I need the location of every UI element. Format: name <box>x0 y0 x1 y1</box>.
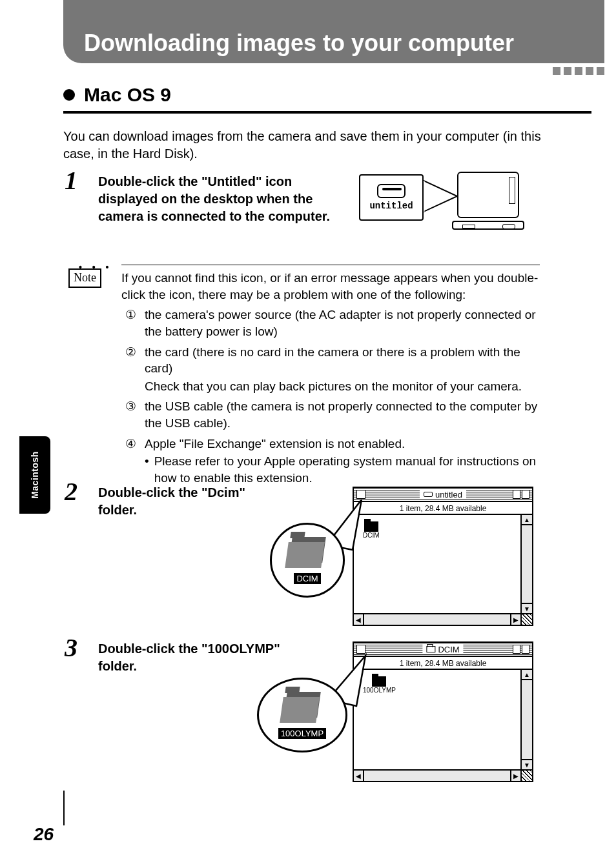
step-1-text: Double-click the "Untitled" icon display… <box>98 173 337 225</box>
page-number-text: 26 <box>34 824 54 844</box>
callout-dcim: DCIM <box>270 523 345 598</box>
note-intro: If you cannot find this icon, or if an e… <box>121 270 548 303</box>
callout-triangle-icon <box>424 178 462 219</box>
horizontal-scrollbar: ◀▶ <box>354 613 532 625</box>
step-1-number: 1 <box>65 165 77 196</box>
figure-desktop-drive: untitled <box>359 174 527 245</box>
finder-titlebar: DCIM <box>354 643 532 657</box>
callout-label: DCIM <box>294 573 320 584</box>
step-2-text: Double-click the "Dcim" folder. <box>98 484 266 519</box>
monitor-icon <box>457 172 524 235</box>
note-item-2-text: the card (there is no card in the camera… <box>145 344 548 377</box>
callout-circle: 100OLYMP <box>257 678 347 752</box>
decorative-squares <box>553 67 604 75</box>
section-title: Mac OS 9 <box>84 84 171 106</box>
circled-2-icon: ② <box>125 344 138 377</box>
folder-3d-icon <box>287 537 328 570</box>
finder-title-text: untitled <box>435 490 462 500</box>
note-item-4-text: Apple "File Exchange" extension is not e… <box>145 436 405 452</box>
step-3-number: 3 <box>65 632 77 663</box>
close-box-icon <box>356 645 365 654</box>
folder-3d-icon <box>282 692 323 725</box>
removable-drive-icon <box>377 184 406 198</box>
disk-icon <box>424 492 433 497</box>
vertical-scrollbar: ▲▼ <box>520 670 532 769</box>
note-item-3-text: the USB cable (the camera is not properl… <box>145 398 548 431</box>
vertical-scrollbar: ▲▼ <box>520 515 532 613</box>
finder-title-text: DCIM <box>438 645 459 654</box>
close-box-icon <box>356 490 365 499</box>
svg-marker-0 <box>424 181 457 212</box>
resize-grip-icon <box>520 771 532 781</box>
circled-4-icon: ④ <box>125 436 138 452</box>
callout-100olymp: 100OLYMP <box>257 678 347 752</box>
note-item-3: ③ the USB cable (the camera is not prope… <box>121 398 548 431</box>
side-tab-label: Macintosh <box>30 451 40 499</box>
zoom-collapse-icon <box>513 645 529 654</box>
note-label-box: Note <box>68 268 101 288</box>
step-2-number: 2 <box>65 476 77 507</box>
finder-title: untitled <box>420 490 466 500</box>
note-item-2: ② the card (there is no card in the came… <box>121 344 548 377</box>
circled-1-icon: ① <box>125 307 138 339</box>
page-header-title: Downloading images to your computer <box>84 30 514 57</box>
note-item-1-text: the camera's power source (the AC adapte… <box>145 307 548 339</box>
note-item-2-sub: Check that you can play back pictures on… <box>121 378 548 395</box>
callout-circle: DCIM <box>270 523 345 598</box>
bullet-icon <box>63 89 75 101</box>
note-item-4-sub: • Please refer to your Apple operating s… <box>121 453 548 486</box>
folder-icon <box>426 646 435 652</box>
note-item-4-sub-text: Please refer to your Apple operating sys… <box>154 453 548 486</box>
zoom-collapse-icon <box>513 490 529 499</box>
section-heading: Mac OS 9 <box>63 84 591 114</box>
finder-title: DCIM <box>422 645 463 654</box>
callout-label: 100OLYMP <box>278 728 326 739</box>
circled-3-icon: ③ <box>125 398 138 431</box>
page-number: 26 <box>34 824 54 845</box>
intro-paragraph: You can download images from the camera … <box>63 128 567 163</box>
page-number-rule <box>63 791 65 825</box>
resize-grip-icon <box>520 614 532 625</box>
horizontal-scrollbar: ◀▶ <box>354 769 532 781</box>
note-item-4: ④ Apple "File Exchange" extension is not… <box>121 436 548 452</box>
side-tab-macintosh: Macintosh <box>19 436 50 514</box>
note-body: If you cannot find this icon, or if an e… <box>121 270 548 487</box>
note-item-1: ① the camera's power source (the AC adap… <box>121 307 548 339</box>
step-3-text: Double-click the "100OLYMP" folder. <box>98 640 292 675</box>
drive-label: untitled <box>369 201 413 211</box>
drive-icon-box: untitled <box>359 174 424 221</box>
note-rule <box>121 265 540 265</box>
bullet-icon: • <box>145 453 149 486</box>
